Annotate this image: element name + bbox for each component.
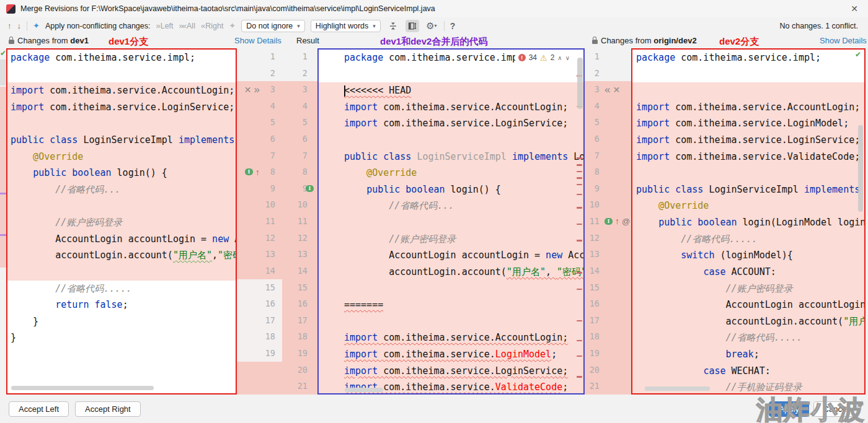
code-line[interactable]: import com.itheima.service.AccountLogin; — [319, 99, 583, 116]
code-line[interactable]: AccountLogin accountLogin = new AccountL… — [7, 231, 236, 248]
sync-scrolling-icon[interactable] — [405, 20, 419, 32]
help-icon[interactable]: ? — [450, 22, 456, 30]
code-line[interactable]: //省略代码..... — [7, 281, 236, 297]
code-line[interactable] — [319, 66, 583, 83]
code-line[interactable]: //账户密码登录 — [632, 281, 864, 297]
code-line[interactable]: //账户密码登录 — [7, 214, 236, 231]
apply-all-button[interactable]: »«All — [179, 21, 195, 30]
code-line[interactable]: break; — [632, 346, 864, 363]
next-problem-icon[interactable]: ∨ — [565, 55, 570, 61]
close-icon[interactable]: ✕ — [613, 85, 620, 94]
gear-icon[interactable]: ⚙▾ — [425, 20, 438, 32]
left-show-details-link[interactable]: Show Details — [234, 36, 281, 45]
code-line[interactable]: import com.itheima.service.LoginModel; — [319, 346, 583, 363]
code-line[interactable]: switch (loginModel){ — [632, 247, 864, 264]
code-line[interactable]: } — [7, 313, 236, 330]
code-line[interactable] — [632, 66, 864, 83]
right-show-details-link[interactable]: Show Details — [820, 36, 867, 45]
chevrons-right-icon[interactable]: » — [254, 84, 260, 95]
close-icon[interactable]: ✕ — [244, 85, 252, 94]
code-line[interactable]: case ACCOUNT: — [632, 264, 864, 281]
code-line[interactable]: import com.itheima.service.ValidateCode; — [632, 149, 864, 165]
code-line[interactable] — [319, 132, 583, 149]
gutter-actions[interactable]: «✕ — [604, 81, 620, 98]
code-line[interactable] — [7, 346, 236, 363]
code-line[interactable]: case WECHAT: — [632, 363, 864, 380]
left-editor[interactable]: package com.itheima.service.impl;import … — [6, 48, 237, 395]
accept-left-button[interactable]: Accept Left — [9, 401, 69, 417]
accept-right-button[interactable]: Accept Right — [75, 401, 141, 417]
inspection-widget[interactable]: ! 34 ⚠ 2 ∧ ∨ — [515, 51, 573, 64]
code-line[interactable]: import com.itheima.service.LoginService; — [319, 115, 583, 132]
code-line[interactable] — [7, 198, 236, 214]
code-line[interactable]: accountLogin.account("用户名","密码"); — [632, 313, 864, 330]
ignore-whitespace-dropdown[interactable]: Do not ignore ▾ — [241, 20, 305, 32]
code-line[interactable]: public class LoginServiceImpl implements… — [319, 149, 583, 165]
code-line[interactable] — [319, 214, 583, 231]
code-line[interactable]: public boolean login() { — [319, 181, 583, 198]
apply-left-button[interactable]: »Left — [156, 21, 173, 30]
code-line[interactable]: //省略代码... — [7, 181, 236, 198]
previous-change-button[interactable]: ↑ — [7, 22, 12, 30]
v-scrollbar-result[interactable] — [577, 58, 583, 109]
code-line[interactable]: import com.itheima.service.AccountLogin; — [7, 82, 236, 99]
magic-resolve-icon[interactable]: ✦ — [229, 21, 236, 30]
code-line[interactable] — [7, 264, 236, 281]
code-line[interactable]: @Override — [319, 165, 583, 181]
code-line[interactable] — [7, 66, 236, 83]
h-scrollbar-right[interactable] — [645, 386, 710, 391]
next-change-button[interactable]: ↓ — [17, 22, 22, 30]
gutter-actions[interactable]: I↑ — [306, 180, 317, 197]
code-line[interactable]: import com.itheima.service.ValidateCode; — [319, 379, 583, 395]
code-line[interactable]: import com.itheima.service.LoginService; — [7, 99, 236, 116]
code-line[interactable]: public class LoginServiceImpl implements… — [7, 132, 236, 149]
close-icon[interactable]: ✕ — [847, 4, 862, 14]
code-line[interactable]: } — [7, 329, 236, 346]
result-editor[interactable]: ! 34 ⚠ 2 ∧ ∨ package com.itheima.service… — [317, 48, 585, 395]
code-line[interactable]: import com.itheima.service.LoginModel; — [632, 115, 864, 132]
right-editor[interactable]: ✔ package com.itheima.service.impl;impor… — [631, 48, 866, 395]
h-scrollbar-left[interactable] — [11, 386, 154, 390]
code-line[interactable] — [7, 115, 236, 132]
code-line[interactable]: //省略代码..... — [632, 329, 864, 346]
code-line[interactable]: @Override — [632, 198, 864, 214]
h-scrollbar-result[interactable] — [345, 388, 383, 392]
code-line[interactable] — [632, 82, 864, 99]
code-line[interactable]: import com.itheima.service.LoginService; — [319, 363, 583, 380]
code-line[interactable]: public boolean login(LoginModel loginMod… — [632, 214, 864, 231]
gutter-actions[interactable]: I↑@ — [604, 213, 630, 230]
previous-problem-icon[interactable]: ∧ — [557, 55, 562, 61]
code-line[interactable]: accountLogin.account("用户名", "密码"); — [319, 264, 583, 281]
code-line[interactable]: ======= — [319, 297, 583, 313]
code-line[interactable]: AccountLogin accountLogin = new AccountL… — [319, 247, 583, 264]
v-scrollbar-right[interactable] — [858, 125, 863, 212]
apply-right-button[interactable]: «Right — [201, 21, 223, 30]
collapse-unchanged-icon[interactable] — [386, 20, 400, 32]
code-line[interactable] — [7, 363, 236, 380]
code-line[interactable]: package com.itheima.service.impl; — [632, 50, 864, 66]
apply-all-non-conflicting-icon[interactable]: ✦ — [33, 21, 40, 30]
code-line[interactable]: import com.itheima.service.AccountLogin; — [632, 99, 864, 116]
code-line[interactable]: accountLogin.account("用户名","密码"); — [7, 247, 236, 264]
code-line[interactable]: <<<<<<< HEAD — [319, 82, 583, 99]
code-line[interactable]: package com.itheima.service.impl; — [7, 50, 236, 66]
chevrons-left-icon[interactable]: « — [604, 84, 610, 95]
code-line[interactable]: public class LoginServiceImpl implements… — [632, 181, 864, 198]
code-line[interactable]: //省略代码..... — [632, 231, 864, 248]
code-line[interactable]: //账户密码登录 — [319, 231, 583, 248]
code-line[interactable]: public boolean login() { — [7, 165, 236, 181]
code-line[interactable]: AccountLogin accountLogin = new AccountL… — [632, 297, 864, 313]
code-line[interactable] — [632, 165, 864, 181]
code-line[interactable] — [319, 313, 583, 330]
cancel-button[interactable]: Cancel — [813, 401, 858, 417]
code-line[interactable]: //省略代码... — [319, 198, 583, 214]
code-line[interactable]: import com.itheima.service.AccountLogin; — [319, 329, 583, 346]
gutter-actions[interactable]: ✕» — [244, 81, 260, 98]
gutter-actions[interactable]: I↑ — [245, 164, 260, 180]
highlight-mode-dropdown[interactable]: Highlight words ▾ — [311, 20, 381, 32]
code-line[interactable]: @Override — [7, 149, 236, 165]
apply-button[interactable]: Apply — [769, 401, 809, 417]
code-line[interactable]: import com.itheima.service.LoginService; — [632, 132, 864, 149]
code-line[interactable] — [319, 281, 583, 297]
code-line[interactable]: return false; — [7, 297, 236, 313]
